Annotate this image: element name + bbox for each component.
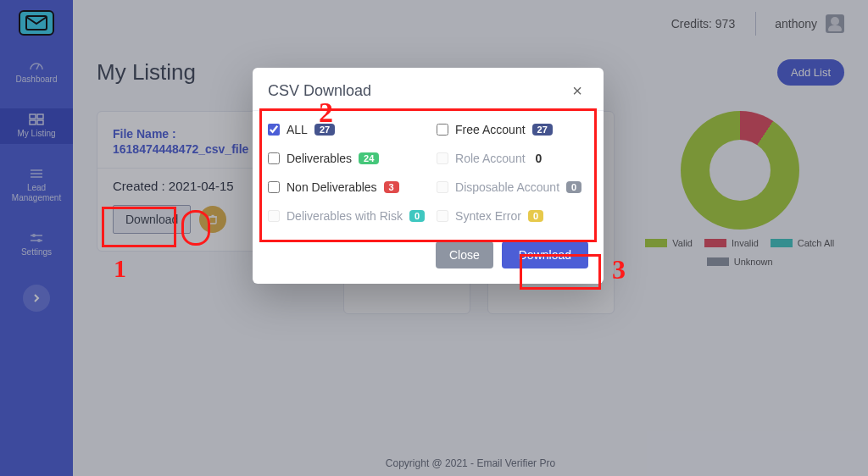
option-role-account: Role Account 0 [437,152,588,165]
option-all[interactable]: ALL 27 [268,123,425,136]
count-badge: 0 [409,210,425,222]
option-label: Deliverables [287,152,352,165]
checkbox[interactable] [437,124,448,136]
checkbox [437,210,448,222]
option-label: Disposable Account [455,180,559,194]
option-label: Deliverables with Risk [287,209,403,223]
option-label: Free Account [455,123,526,136]
modal-title: CSV Download [268,82,371,100]
option-deliverables-with-risk: Deliverables with Risk 0 [268,209,425,223]
close-icon: × [572,81,582,100]
option-label: Role Account [455,152,526,165]
option-deliverables[interactable]: Deliverables 24 [268,152,425,165]
count-badge: 0 [528,210,543,222]
checkbox [437,152,448,164]
option-free-account[interactable]: Free Account 27 [437,123,588,136]
checkbox [268,210,280,222]
csv-download-modal: CSV Download × ALL 27 Free Account 27 De… [253,68,604,284]
checkbox[interactable] [268,152,280,164]
count-badge: 0 [536,152,542,165]
modal-footer: Close Download [253,231,604,284]
option-label: Syntex Error [455,209,521,223]
modal-close-action-button[interactable]: Close [436,241,493,268]
option-disposable-account: Disposable Account 0 [437,180,588,194]
option-label: Non Deliverables [287,180,377,194]
count-badge: 24 [359,152,379,164]
option-label: ALL [287,123,308,136]
modal-body: ALL 27 Free Account 27 Deliverables 24 R… [253,111,604,231]
option-syntex-error: Syntex Error 0 [437,209,588,223]
option-non-deliverables[interactable]: Non Deliverables 3 [268,180,425,194]
count-badge: 27 [314,124,335,136]
count-badge: 27 [532,124,553,136]
modal-download-button[interactable]: Download [502,241,588,268]
modal-close-button[interactable]: × [566,80,588,102]
count-badge: 0 [566,181,581,193]
checkbox[interactable] [268,124,280,136]
count-badge: 3 [384,181,399,193]
checkbox[interactable] [268,181,280,193]
checkbox [437,181,448,193]
